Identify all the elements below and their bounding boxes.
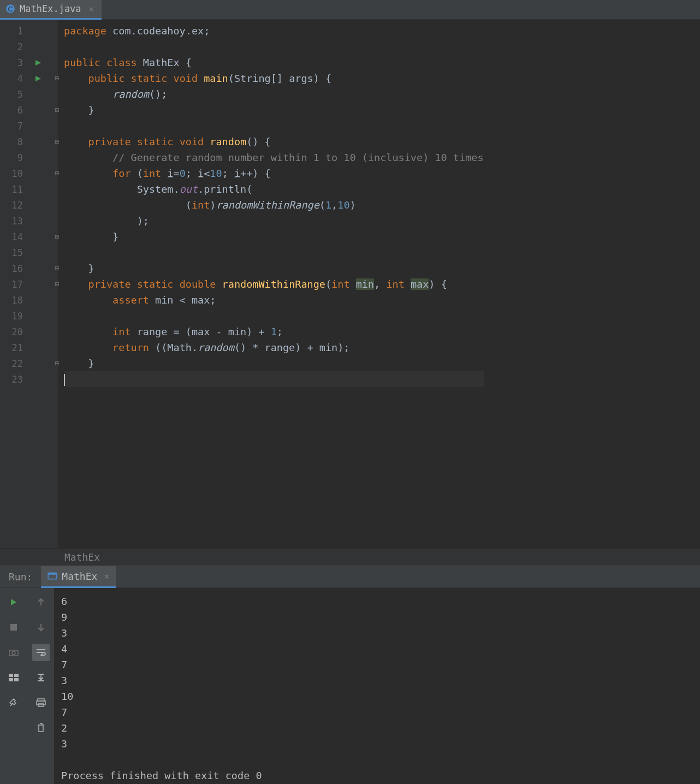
gutter[interactable]: 1234⊟56⊟78⊟910⊟11121314⊟1516⊟17⊟18192021…	[0, 20, 57, 548]
gutter-line[interactable]: 4⊟	[0, 70, 57, 86]
clear-all-button[interactable]	[32, 719, 50, 737]
gutter-line[interactable]: 15	[0, 245, 57, 260]
run-toolbar-primary	[0, 588, 27, 784]
svg-rect-11	[14, 674, 19, 677]
code-content[interactable]: package com.codeahoy.ex;public class Mat…	[57, 20, 484, 548]
run-toolbar-secondary	[27, 588, 55, 784]
code-line[interactable]: package com.codeahoy.ex;	[64, 23, 484, 39]
code-editor[interactable]: 1234⊟56⊟78⊟910⊟11121314⊟1516⊟17⊟18192021…	[0, 20, 700, 548]
file-tab[interactable]: C MathEx.java ×	[0, 0, 102, 20]
soft-wrap-button[interactable]	[32, 644, 50, 661]
gutter-line[interactable]: 19	[0, 308, 57, 324]
breadcrumb-item[interactable]: MathEx	[64, 551, 100, 563]
svg-rect-13	[14, 678, 19, 681]
close-icon[interactable]: ×	[89, 4, 94, 14]
code-line[interactable]	[64, 371, 484, 387]
code-line[interactable]: System.out.println(	[64, 181, 484, 197]
gutter-line[interactable]: 20	[0, 324, 57, 340]
scroll-to-end-button[interactable]	[32, 669, 50, 686]
svg-rect-12	[9, 678, 13, 681]
up-stack-icon[interactable]	[32, 593, 50, 611]
code-line[interactable]: random();	[64, 86, 484, 102]
code-line[interactable]	[64, 118, 484, 134]
fold-icon[interactable]: ⊟	[54, 359, 61, 367]
code-line[interactable]: return ((Math.random() * range) + min);	[64, 340, 484, 355]
gutter-line[interactable]: 16⊟	[0, 260, 57, 276]
run-header: Run: MathEx ×	[0, 566, 700, 588]
fold-icon[interactable]: ⊟	[54, 169, 61, 177]
pin-button[interactable]	[5, 694, 22, 711]
gutter-line[interactable]: 17⊟	[0, 276, 57, 292]
code-line[interactable]: assert min < max;	[64, 292, 484, 308]
gutter-line[interactable]: 13	[0, 213, 57, 229]
gutter-line[interactable]: 6⊟	[0, 102, 57, 118]
svg-marker-2	[35, 60, 41, 66]
svg-marker-3	[35, 76, 41, 81]
dump-threads-button[interactable]	[5, 644, 22, 661]
fold-icon[interactable]: ⊟	[54, 138, 61, 146]
run-body: 6 9 3 4 7 3 10 7 2 3 Process finished wi…	[0, 588, 700, 784]
gutter-line[interactable]: 2	[0, 39, 57, 55]
run-line-icon[interactable]	[35, 73, 41, 84]
svg-marker-6	[11, 599, 16, 605]
java-class-icon: C	[5, 4, 15, 14]
code-line[interactable]: public class MathEx {	[64, 55, 484, 70]
code-line[interactable]: }	[64, 229, 484, 245]
code-line[interactable]: }	[64, 355, 484, 371]
code-line[interactable]: int range = (max - min) + 1;	[64, 324, 484, 340]
gutter-line[interactable]: 21	[0, 340, 57, 355]
fold-icon[interactable]: ⊟	[54, 264, 61, 272]
svg-rect-5	[48, 573, 57, 574]
gutter-line[interactable]: 12	[0, 197, 57, 213]
gutter-line[interactable]: 10⊟	[0, 165, 57, 181]
fold-icon[interactable]: ⊟	[54, 106, 61, 114]
gutter-line[interactable]: 1	[0, 23, 57, 39]
editor-tabs-bar: C MathEx.java ×	[0, 0, 700, 20]
gutter-line[interactable]: 8⊟	[0, 134, 57, 150]
gutter-line[interactable]: 14⊟	[0, 229, 57, 245]
run-tool-window: Run: MathEx × 6 9 3 4 7 3 10 7 2 3 Proce…	[0, 566, 700, 784]
gutter-line[interactable]: 11	[0, 181, 57, 197]
code-line[interactable]: private static void random() {	[64, 134, 484, 150]
editor-area: 1234⊟56⊟78⊟910⊟11121314⊟1516⊟17⊟18192021…	[0, 20, 700, 566]
code-line[interactable]	[64, 39, 484, 55]
print-button[interactable]	[32, 694, 50, 711]
svg-rect-7	[10, 624, 17, 631]
fold-icon[interactable]: ⊟	[54, 280, 61, 288]
fold-icon[interactable]: ⊟	[54, 233, 61, 241]
rerun-button[interactable]	[5, 593, 22, 611]
gutter-line[interactable]: 18	[0, 292, 57, 308]
code-line[interactable]	[64, 245, 484, 260]
code-line[interactable]	[64, 308, 484, 324]
close-icon[interactable]: ×	[104, 571, 109, 581]
code-line[interactable]: }	[64, 102, 484, 118]
code-line[interactable]: // Generate random number within 1 to 10…	[64, 150, 484, 165]
breadcrumb[interactable]: MathEx	[0, 548, 700, 566]
gutter-line[interactable]: 23	[0, 371, 57, 387]
gutter-line[interactable]: 9	[0, 150, 57, 165]
stop-button[interactable]	[5, 619, 22, 636]
run-config-tab[interactable]: MathEx ×	[41, 566, 116, 588]
down-stack-icon[interactable]	[32, 619, 50, 636]
application-icon	[48, 571, 57, 581]
code-line[interactable]: private static double randomWithinRange(…	[64, 276, 484, 292]
svg-point-9	[12, 651, 15, 655]
svg-rect-10	[9, 674, 13, 677]
code-line[interactable]: public static void main(String[] args) {	[64, 70, 484, 86]
layout-button[interactable]	[5, 669, 22, 686]
run-line-icon[interactable]	[35, 57, 41, 68]
console-output[interactable]: 6 9 3 4 7 3 10 7 2 3 Process finished wi…	[55, 588, 700, 784]
code-line[interactable]: (int)randomWithinRange(1,10)	[64, 197, 484, 213]
code-line[interactable]: }	[64, 260, 484, 276]
fold-icon[interactable]: ⊟	[54, 74, 61, 82]
gutter-line[interactable]: 7	[0, 118, 57, 134]
run-header-label: Run:	[0, 571, 41, 583]
file-tab-label: MathEx.java	[20, 3, 81, 14]
svg-text:C: C	[8, 5, 13, 13]
gutter-line[interactable]: 5	[0, 86, 57, 102]
run-config-name: MathEx	[62, 571, 97, 582]
gutter-line[interactable]: 3	[0, 55, 57, 70]
code-line[interactable]: );	[64, 213, 484, 229]
code-line[interactable]: for (int i=0; i<10; i++) {	[64, 165, 484, 181]
gutter-line[interactable]: 22⊟	[0, 355, 57, 371]
